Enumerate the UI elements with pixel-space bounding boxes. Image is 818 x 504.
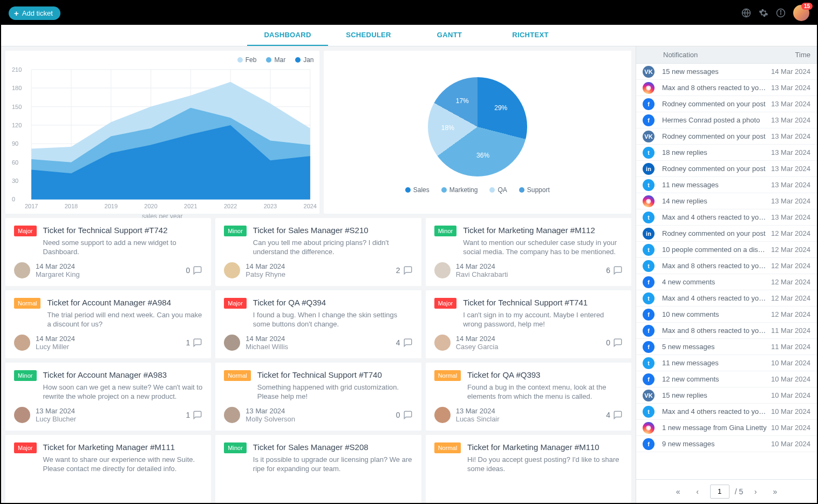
notification-date: 13 Mar 2024 — [771, 148, 810, 156]
area-legend-item[interactable]: Jan — [295, 56, 313, 64]
legend-dot-icon — [405, 187, 411, 193]
area-legend-item[interactable]: Feb — [237, 56, 257, 64]
ticket-author: Patsy Rhyne — [246, 270, 391, 278]
notifications-panel: Notification Time VK 15 new messages 14 … — [636, 46, 817, 503]
ticket-card[interactable]: Major Ticket for Technical Support #T742… — [5, 218, 211, 286]
comment-indicator[interactable]: 1 — [186, 338, 203, 348]
notification-row[interactable]: ◉ 1 new message from Gina Linetty 10 Mar… — [636, 420, 817, 436]
fb-icon: f — [643, 325, 655, 337]
ticket-card[interactable]: Minor Ticket for Marketing Manager #M112… — [426, 218, 631, 286]
ticket-card[interactable]: Normal Ticket for Marketing Manager #M11… — [426, 435, 631, 503]
ticket-card[interactable]: Minor Ticket for Sales Manager #S208 Is … — [215, 435, 421, 503]
notification-row[interactable]: ◉ 14 new replies 13 Mar 2024 — [636, 193, 817, 209]
comment-indicator[interactable]: 1 — [186, 410, 203, 420]
notification-date: 13 Mar 2024 — [771, 181, 810, 189]
pie-legend-item[interactable]: Sales — [405, 186, 430, 194]
ticket-card[interactable]: Normal Ticket for Account Manager #A984 … — [5, 290, 211, 358]
gear-icon[interactable] — [759, 8, 768, 18]
ticket-title: Ticket for Marketing Manager #M112 — [463, 226, 623, 236]
comment-indicator[interactable]: 0 — [396, 410, 413, 420]
ticket-desc: Need some support to add a new widget to… — [43, 238, 203, 257]
tw-icon: t — [643, 244, 655, 256]
comment-indicator[interactable]: 4 — [396, 338, 413, 348]
pie-legend-item[interactable]: Support — [519, 186, 550, 194]
pager-first-icon[interactable]: « — [671, 485, 685, 499]
ticket-card[interactable]: Normal Ticket for Technical Support #T74… — [215, 363, 421, 431]
globe-icon[interactable] — [741, 8, 751, 18]
notification-date: 13 Mar 2024 — [771, 165, 810, 173]
pager-last-icon[interactable]: » — [768, 485, 782, 499]
area-chart-xtick: 2021 — [184, 203, 197, 209]
vk-icon: VK — [643, 131, 655, 142]
notification-row[interactable]: in Rodney commented on your post 13 Mar … — [636, 161, 817, 177]
ticket-avatar — [224, 407, 240, 423]
comment-indicator[interactable]: 2 — [396, 265, 413, 275]
notifications-list[interactable]: VK 15 new messages 14 Mar 2024 ◉ Max and… — [636, 64, 817, 479]
fb-icon: f — [643, 341, 655, 353]
notification-row[interactable]: t Max and 4 others reacted to your post … — [636, 209, 817, 226]
ticket-card[interactable]: Normal Ticket for QA #Q393 Found a bug i… — [426, 363, 631, 431]
legend-label: Jan — [303, 56, 313, 64]
notification-row[interactable]: f Hermes Conrad posted a photo 13 Mar 20… — [636, 112, 817, 128]
tab-dashboard[interactable]: DASHBOARD — [247, 25, 328, 46]
tab-gantt[interactable]: GANTT — [409, 25, 490, 46]
notification-row[interactable]: f Max and 8 others reacted to your post … — [636, 323, 817, 339]
legend-dot-icon — [489, 187, 495, 193]
priority-badge: Major — [434, 298, 457, 309]
notification-row[interactable]: f 12 new comments 10 Mar 2024 — [636, 371, 817, 387]
vk-icon: VK — [643, 390, 655, 401]
ticket-card[interactable]: Minor Ticket for Sales Manager #S210 Can… — [215, 218, 421, 286]
area-chart-ytick: 210 — [12, 66, 22, 73]
notification-row[interactable]: t Max and 8 others reacted to your post … — [636, 258, 817, 274]
notification-date: 10 Mar 2024 — [771, 424, 810, 432]
notification-text: 9 new messages — [662, 440, 767, 448]
notification-row[interactable]: t Max and 4 others reacted to your post … — [636, 290, 817, 307]
comment-indicator[interactable]: 4 — [606, 410, 623, 420]
notification-row[interactable]: in Rodney commented on your post 12 Mar … — [636, 226, 817, 242]
pie-legend-item[interactable]: QA — [489, 186, 507, 194]
notification-row[interactable]: t Max and 4 others reacted to your post … — [636, 404, 817, 420]
ticket-card[interactable]: Major Ticket for Marketing Manager #M111… — [5, 435, 211, 503]
ticket-meta-text: 14 Mar 2024 Casey Garcia — [456, 335, 601, 351]
pie-graphic: 29%36%18%17% — [428, 77, 527, 176]
notification-row[interactable]: VK Rodney commented on your post 13 Mar … — [636, 128, 817, 145]
notification-row[interactable]: t 18 new replies 13 Mar 2024 — [636, 145, 817, 161]
user-avatar[interactable]: 15 — [793, 5, 809, 21]
ticket-date: 13 Mar 2024 — [246, 407, 391, 415]
notification-row[interactable]: f 5 new messages 11 Mar 2024 — [636, 339, 817, 355]
info-icon[interactable] — [776, 8, 786, 18]
area-legend-item[interactable]: Mar — [266, 56, 285, 64]
ticket-avatar — [224, 262, 240, 278]
ticket-author: Ravi Chakrabarti — [456, 270, 601, 278]
ticket-avatar — [14, 407, 30, 423]
notification-text: 18 new replies — [662, 148, 767, 156]
notification-text: Hermes Conrad posted a photo — [662, 116, 767, 124]
notification-row[interactable]: f 10 new comments 12 Mar 2024 — [636, 307, 817, 323]
notification-row[interactable]: ◉ Max and 8 others reacted to your post … — [636, 80, 817, 96]
tab-richtext[interactable]: RICHTEXT — [490, 25, 571, 46]
notification-row[interactable]: VK 15 new messages 14 Mar 2024 — [636, 64, 817, 80]
notification-row[interactable]: VK 15 new replies 10 Mar 2024 — [636, 387, 817, 404]
tab-scheduler[interactable]: SCHEDULER — [328, 25, 409, 46]
pager-prev-icon[interactable]: ‹ — [691, 485, 705, 499]
comment-indicator[interactable]: 0 — [606, 338, 623, 348]
legend-dot-icon — [441, 187, 447, 193]
ticket-card[interactable]: Major Ticket for QA #Q394 I found a bug.… — [215, 290, 421, 358]
notification-row[interactable]: f Rodney commented on your post 13 Mar 2… — [636, 96, 817, 112]
notification-text: Rodney commented on your post — [662, 132, 767, 140]
notification-row[interactable]: t 11 new messages 10 Mar 2024 — [636, 355, 817, 371]
notification-row[interactable]: f 9 new messages 10 Mar 2024 — [636, 436, 817, 452]
notification-date: 11 Mar 2024 — [771, 343, 810, 351]
pager-current-input[interactable] — [710, 485, 730, 499]
notification-row[interactable]: f 4 new comments 12 Mar 2024 — [636, 274, 817, 290]
notification-row[interactable]: t 10 people commented on a discussion th… — [636, 242, 817, 258]
ticket-card[interactable]: Major Ticket for Technical Support #T741… — [426, 290, 631, 358]
ticket-card[interactable]: Minor Ticket for Account Manager #A983 H… — [5, 363, 211, 431]
add-ticket-button[interactable]: + Add ticket — [9, 6, 60, 20]
notification-row[interactable]: t 11 new messages 13 Mar 2024 — [636, 177, 817, 193]
ticket-desc: Can you tell me about pricing plans? I d… — [253, 238, 413, 257]
pager-next-icon[interactable]: › — [748, 485, 762, 499]
pie-legend-item[interactable]: Marketing — [441, 186, 478, 194]
comment-indicator[interactable]: 6 — [606, 265, 623, 275]
comment-indicator[interactable]: 0 — [186, 265, 203, 275]
